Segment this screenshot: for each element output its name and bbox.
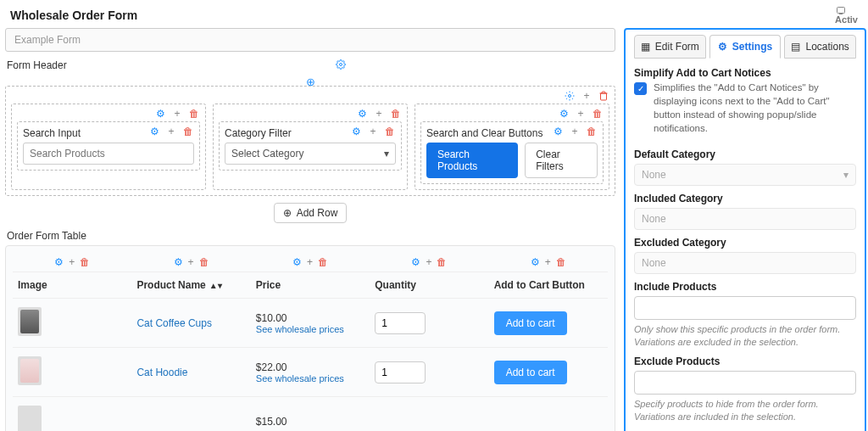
trash-icon[interactable]: 🗑 bbox=[80, 256, 90, 268]
th-image[interactable]: Image bbox=[13, 279, 131, 291]
search-input[interactable] bbox=[23, 143, 194, 165]
add-to-cart-button[interactable]: Add to cart bbox=[494, 311, 567, 335]
plus-icon[interactable]: + bbox=[69, 256, 75, 268]
plus-icon[interactable]: + bbox=[171, 108, 183, 120]
trash-icon[interactable]: 🗑 bbox=[182, 126, 194, 137]
gear-icon[interactable]: ⚙ bbox=[411, 256, 420, 268]
gear-icon[interactable]: ⚙ bbox=[54, 256, 64, 268]
trash-icon[interactable]: 🗑 bbox=[384, 126, 396, 137]
quantity-input[interactable] bbox=[375, 361, 426, 383]
default-category-select[interactable]: None▾ bbox=[634, 164, 856, 186]
excluded-category-select[interactable]: None bbox=[634, 252, 856, 274]
wholesale-prices-link[interactable]: See wholesale prices bbox=[256, 324, 364, 334]
trash-icon[interactable]: 🗑 bbox=[390, 108, 402, 120]
tab-locations[interactable]: ▤ Locations bbox=[784, 35, 856, 59]
gear-icon[interactable]: ⚙ bbox=[292, 256, 302, 268]
hint-include-products: Only show this specific products in the … bbox=[634, 323, 856, 349]
th-quantity[interactable]: Quantity bbox=[370, 279, 488, 291]
include-products-input[interactable] bbox=[634, 296, 856, 320]
settings-panel: ▦ Edit Form ⚙ Settings ▤ Locations Simpl… bbox=[624, 28, 866, 431]
gear-icon[interactable]: ⚙ bbox=[356, 108, 368, 120]
trash-icon[interactable]: 🗑 bbox=[586, 126, 598, 137]
wholesale-prices-link[interactable]: See wholesale prices bbox=[256, 373, 364, 383]
product-link[interactable]: Cat Hoodie bbox=[136, 367, 187, 378]
plus-icon[interactable]: + bbox=[426, 256, 431, 268]
tab-edit-form[interactable]: ▦ Edit Form bbox=[634, 35, 706, 59]
gear-icon[interactable]: ⚙ bbox=[148, 126, 160, 137]
trash-icon[interactable]: 🗑 bbox=[318, 256, 328, 268]
gear-icon[interactable]: ⚙ bbox=[552, 126, 564, 137]
grid-icon: ▦ bbox=[641, 41, 650, 53]
category-select[interactable]: Select Category ▾ bbox=[225, 143, 396, 165]
quantity-input[interactable] bbox=[375, 312, 426, 334]
tab-settings[interactable]: ⚙ Settings bbox=[709, 35, 782, 59]
activation-indicator: Activ bbox=[835, 5, 858, 25]
gear-icon[interactable] bbox=[564, 90, 576, 102]
plus-icon[interactable]: + bbox=[165, 126, 177, 137]
chevron-down-icon: ▾ bbox=[843, 169, 849, 181]
clear-filters-button[interactable]: Clear Filters bbox=[525, 143, 598, 178]
plus-icon[interactable]: + bbox=[581, 90, 593, 102]
svg-rect-0 bbox=[837, 8, 845, 14]
column-category-filter: ⚙ + 🗑 ⚙ + 🗑 Category Filter Select Categ… bbox=[213, 104, 408, 190]
trash-icon[interactable]: 🗑 bbox=[188, 108, 200, 120]
plus-icon[interactable]: + bbox=[367, 126, 379, 137]
trash-icon[interactable]: 🗑 bbox=[199, 256, 209, 268]
add-to-cart-button[interactable]: Add to cart bbox=[494, 361, 567, 384]
label-exclude-products: Exclude Products bbox=[634, 355, 856, 367]
plus-icon[interactable]: + bbox=[569, 126, 581, 137]
table-row: Cat Hoodie $22.00See wholesale prices Ad… bbox=[13, 347, 608, 396]
gear-icon[interactable]: ⚙ bbox=[154, 108, 166, 120]
plus-icon[interactable]: + bbox=[307, 256, 313, 268]
price-value: $15.00 bbox=[256, 416, 364, 428]
label-excluded-category: Excluded Category bbox=[634, 237, 856, 249]
exclude-products-input[interactable] bbox=[634, 371, 856, 395]
th-add-to-cart[interactable]: Add to Cart Button bbox=[489, 279, 608, 291]
th-price[interactable]: Price bbox=[251, 279, 370, 291]
gear-icon[interactable] bbox=[335, 59, 347, 70]
included-category-select[interactable]: None bbox=[634, 208, 856, 230]
field-search-input[interactable]: ⚙ + 🗑 Search Input bbox=[17, 121, 200, 171]
svg-point-2 bbox=[569, 95, 571, 98]
setting-title-simplify: Simplify Add to Cart Notices bbox=[634, 67, 856, 79]
trash-icon[interactable]: 🗑 bbox=[592, 108, 604, 120]
trash-icon[interactable]: 🗑 bbox=[556, 256, 566, 268]
plus-icon[interactable]: + bbox=[545, 256, 551, 268]
label-included-category: Included Category bbox=[634, 193, 856, 204]
table-row: $15.00 bbox=[13, 396, 608, 431]
trash-icon[interactable]: 🗑 bbox=[437, 256, 447, 268]
price-value: $22.00 bbox=[256, 361, 364, 373]
product-thumbnail[interactable] bbox=[18, 307, 42, 336]
sort-asc-icon: ▲▾ bbox=[209, 281, 222, 290]
gear-icon[interactable]: ⚙ bbox=[174, 256, 183, 268]
hint-exclude-products: Specify products to hide from the order … bbox=[634, 398, 856, 423]
plus-icon[interactable]: + bbox=[373, 108, 385, 120]
builder-canvas: Example Form Form Header ⊕ + bbox=[0, 28, 624, 431]
plus-circle-icon: ⊕ bbox=[283, 207, 292, 219]
gear-icon: ⚙ bbox=[718, 41, 727, 53]
simplify-checkbox[interactable]: ✓ bbox=[634, 82, 647, 95]
product-thumbnail[interactable] bbox=[18, 356, 42, 385]
section-label-form-header: Form Header bbox=[7, 59, 67, 71]
breadcrumb[interactable]: Example Form bbox=[5, 28, 615, 52]
column-search-buttons: ⚙ + 🗑 ⚙ + 🗑 Search and Clear Buttons Sea… bbox=[415, 104, 609, 190]
label-include-products: Include Products bbox=[634, 281, 856, 293]
field-category-filter[interactable]: ⚙ + 🗑 Category Filter Select Category ▾ bbox=[219, 121, 402, 171]
product-thumbnail[interactable] bbox=[18, 406, 42, 431]
product-link[interactable]: Cat Coffee Cups bbox=[136, 317, 212, 329]
search-products-button[interactable]: Search Products bbox=[426, 143, 518, 178]
page-title: Wholesale Order Form bbox=[10, 8, 137, 22]
gear-icon[interactable]: ⚙ bbox=[558, 108, 570, 120]
gear-icon[interactable]: ⚙ bbox=[350, 126, 362, 137]
gear-icon[interactable]: ⚙ bbox=[531, 256, 540, 268]
th-product-name[interactable]: Product Name▲▾ bbox=[131, 279, 250, 291]
setting-desc-simplify: Simplifies the "Add to Cart Notices" by … bbox=[654, 81, 856, 135]
add-row-button[interactable]: ⊕ Add Row bbox=[274, 203, 348, 223]
column-search-input: ⚙ + 🗑 ⚙ + 🗑 Search Input bbox=[11, 104, 206, 190]
section-label-order-table: Order Form Table bbox=[7, 230, 86, 242]
price-value: $10.00 bbox=[256, 312, 364, 324]
field-search-buttons[interactable]: ⚙ + 🗑 Search and Clear Buttons Search Pr… bbox=[420, 121, 604, 184]
plus-icon[interactable]: + bbox=[575, 108, 587, 120]
plus-icon[interactable]: + bbox=[188, 256, 194, 268]
trash-icon[interactable] bbox=[598, 90, 609, 102]
